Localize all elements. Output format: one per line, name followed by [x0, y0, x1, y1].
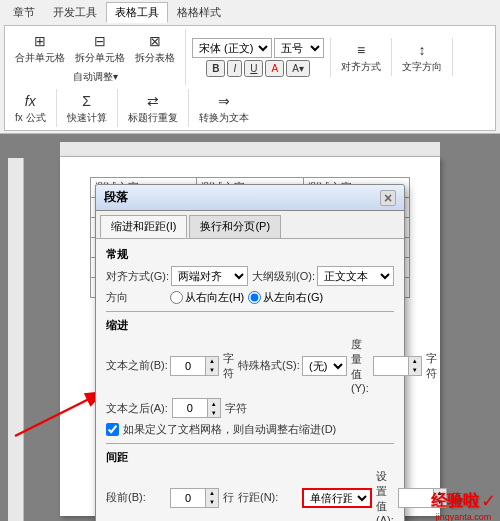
tab-devtools[interactable]: 开发工具 — [44, 2, 106, 23]
indent-before-input[interactable] — [170, 356, 205, 376]
tab-linebreak-page[interactable]: 换行和分页(P) — [189, 215, 281, 238]
split-table-label: 拆分表格 — [135, 51, 175, 65]
ribbon-row-table: ⊞ 合并单元格 ⊟ 拆分单元格 ⊠ 拆分表格 — [11, 29, 179, 67]
auto-indent-checkbox[interactable] — [106, 423, 119, 436]
alignment-row: 对齐方式(G): 两端对齐 大纲级别(O): 正文文本 — [106, 266, 394, 286]
ribbon-group-quickcalc: Σ 快速计算 — [61, 89, 118, 127]
spacing-before-down[interactable]: ▼ — [206, 498, 218, 507]
direction-rtl-option[interactable]: 从右向左(H) — [170, 290, 244, 305]
tab-table-style[interactable]: 格格样式 — [168, 2, 230, 23]
special-select[interactable]: (无) — [302, 356, 347, 376]
indent-before-down[interactable]: ▼ — [206, 366, 218, 375]
alignment-button[interactable]: ≡ 对齐方式 — [337, 38, 385, 76]
quantity-up[interactable]: ▲ — [409, 357, 421, 366]
tab-indent-spacing[interactable]: 缩进和距距(I) — [100, 215, 187, 238]
quick-calc-label: 快速计算 — [67, 111, 107, 125]
watermark: 经验啦 ✓ jingyanta.com — [431, 490, 496, 521]
underline-button[interactable]: U — [244, 60, 263, 77]
direction-rtl-label: 从右向左(H) — [185, 290, 244, 305]
indent-after-row: 文本之后(A): ▲ ▼ 字符 — [106, 398, 394, 418]
indent-after-label: 文本之后(A): — [106, 401, 168, 416]
formula-button[interactable]: fx fx 公式 — [11, 89, 50, 127]
spacing-before-up[interactable]: ▲ — [206, 489, 218, 498]
outline-select[interactable]: 正文文本 — [317, 266, 394, 286]
ribbon-content: ⊞ 合并单元格 ⊟ 拆分单元格 ⊠ 拆分表格 自动调整▾ 宋体 (正文) — [4, 25, 496, 131]
split-cells-icon: ⊟ — [90, 31, 110, 51]
ribbon-group-table: ⊞ 合并单元格 ⊟ 拆分单元格 ⊠ 拆分表格 自动调整▾ — [9, 29, 186, 85]
dialog-body: 常规 对齐方式(G): 两端对齐 大纲级别(O): 正文文本 方向 从右向左( — [96, 239, 404, 521]
spacing-before-label: 段前(B): — [106, 490, 166, 505]
quantity-label: 度量值(Y): — [351, 337, 369, 394]
split-table-button[interactable]: ⊠ 拆分表格 — [131, 29, 179, 67]
divider1 — [106, 311, 394, 312]
font-row1: 宋体 (正文) 五号 — [192, 38, 324, 58]
direction-rtl-radio[interactable] — [170, 291, 183, 304]
quick-calc-icon: Σ — [77, 91, 97, 111]
spacing-before-unit: 行 — [223, 490, 234, 505]
split-cells-button[interactable]: ⊟ 拆分单元格 — [71, 29, 129, 67]
indent-after-down[interactable]: ▼ — [208, 408, 220, 417]
bold-button[interactable]: B — [206, 60, 225, 77]
special-label: 特殊格式(S): — [238, 358, 298, 373]
indent-section-title: 缩进 — [106, 318, 394, 333]
indent-after-spin: ▲ ▼ — [207, 398, 221, 418]
spacing-before-input-group: ▲ ▼ — [170, 488, 219, 508]
tab-chapter[interactable]: 章节 — [4, 2, 44, 23]
line-spacing-select[interactable]: 单倍行距 1.5倍行距 2倍行距 最小值 固定值 多倍行距 — [302, 488, 372, 508]
watermark-site: jingyanta.com — [431, 512, 496, 521]
indent-after-input[interactable] — [172, 398, 207, 418]
quantity-down[interactable]: ▼ — [409, 366, 421, 375]
tab-table-tools[interactable]: 表格工具 — [106, 2, 168, 23]
dialog-close-button[interactable]: × — [380, 190, 396, 206]
font-color-button[interactable]: A — [265, 60, 284, 77]
text-direction-icon: ↕ — [412, 40, 432, 60]
watermark-check-icon: ✓ — [481, 490, 496, 512]
split-table-icon: ⊠ — [145, 31, 165, 51]
convert-text-icon: ⇒ — [214, 91, 234, 111]
formula-icon: fx — [20, 91, 40, 111]
ribbon-group-header: ⇄ 标题行重复 — [122, 89, 189, 127]
ribbon-tabs: 章节 开发工具 表格工具 格格样式 — [4, 2, 496, 23]
auto-indent-checkbox-row: 如果定义了文档网格，则自动调整右缩进(D) — [106, 422, 394, 437]
direction-ltr-label: 从左向右(G) — [263, 290, 323, 305]
svg-line-1 — [15, 391, 105, 436]
spacing-section-title: 间距 — [106, 450, 394, 465]
merge-cells-icon: ⊞ — [30, 31, 50, 51]
quantity-spin: ▲ ▼ — [408, 356, 422, 376]
indent-before-spin: ▲ ▼ — [205, 356, 219, 376]
watermark-brand: 经验啦 — [431, 491, 479, 512]
ribbon-group-formula: fx fx 公式 — [9, 89, 57, 127]
indent-before-input-group: ▲ ▼ — [170, 356, 219, 376]
auto-indent-label: 如果定义了文档网格，则自动调整右缩进(D) — [123, 422, 336, 437]
indent-after-up[interactable]: ▲ — [208, 399, 220, 408]
header-repeat-label: 标题行重复 — [128, 111, 178, 125]
divider2 — [106, 443, 394, 444]
ribbon-group-font: 宋体 (正文) 五号 B I U A A▾ — [190, 38, 331, 77]
quick-calc-button[interactable]: Σ 快速计算 — [63, 89, 111, 127]
header-repeat-button[interactable]: ⇄ 标题行重复 — [124, 89, 182, 127]
indent-before-up[interactable]: ▲ — [206, 357, 218, 366]
highlight-button[interactable]: A▾ — [286, 60, 310, 77]
font-size-select[interactable]: 五号 — [274, 38, 324, 58]
spacing-before-input[interactable] — [170, 488, 205, 508]
direction-ltr-radio[interactable] — [248, 291, 261, 304]
direction-ltr-option[interactable]: 从左向右(G) — [248, 290, 323, 305]
set-value-label: 设置值(A): — [376, 469, 394, 521]
auto-adjust-button[interactable]: 自动调整▾ — [69, 69, 122, 85]
set-value-input[interactable] — [398, 488, 433, 508]
convert-text-button[interactable]: ⇒ 转换为文本 — [195, 89, 253, 127]
text-direction-button[interactable]: ↕ 文字方向 — [398, 38, 446, 76]
dialog-title-text: 段落 — [104, 189, 128, 206]
header-repeat-icon: ⇄ — [143, 91, 163, 111]
quantity-input[interactable] — [373, 356, 408, 376]
ruler-top — [60, 142, 440, 157]
indent-after-input-group: ▲ ▼ — [172, 398, 221, 418]
spacing-before-spin: ▲ ▼ — [205, 488, 219, 508]
merge-cells-button[interactable]: ⊞ 合并单元格 — [11, 29, 69, 67]
italic-button[interactable]: I — [227, 60, 242, 77]
line-spacing-label: 行距(N): — [238, 490, 298, 505]
font-family-select[interactable]: 宋体 (正文) — [192, 38, 272, 58]
font-row2: B I U A A▾ — [206, 60, 310, 77]
paragraph-dialog: 段落 × 缩进和距距(I) 换行和分页(P) 常规 对齐方式(G): 两端对齐 … — [95, 184, 405, 521]
alignment-select[interactable]: 两端对齐 — [171, 266, 248, 286]
